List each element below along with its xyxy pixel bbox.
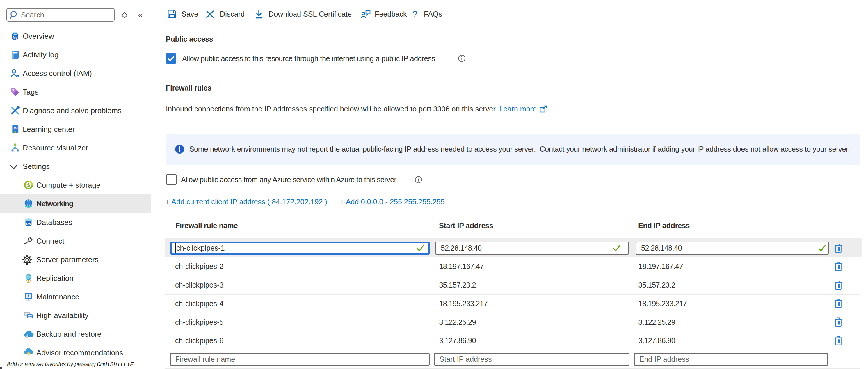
svg-text:My: My: [13, 35, 18, 39]
svg-text:101: 101: [13, 127, 18, 130]
svg-text:$: $: [27, 183, 30, 188]
svg-text:DB: DB: [26, 222, 31, 225]
